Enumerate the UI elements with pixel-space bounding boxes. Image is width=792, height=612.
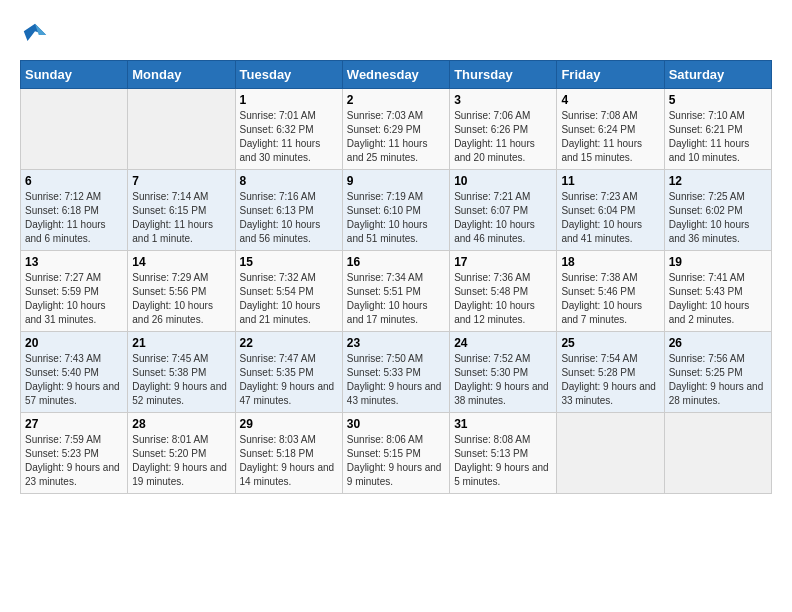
day-cell: 16 Sunrise: 7:34 AMSunset: 5:51 PMDaylig… bbox=[342, 251, 449, 332]
calendar-table: SundayMondayTuesdayWednesdayThursdayFrid… bbox=[20, 60, 772, 494]
day-cell: 21 Sunrise: 7:45 AMSunset: 5:38 PMDaylig… bbox=[128, 332, 235, 413]
day-number: 25 bbox=[561, 336, 659, 350]
day-info: Sunrise: 7:29 AMSunset: 5:56 PMDaylight:… bbox=[132, 271, 230, 327]
day-info: Sunrise: 7:16 AMSunset: 6:13 PMDaylight:… bbox=[240, 190, 338, 246]
calendar-body: 1 Sunrise: 7:01 AMSunset: 6:32 PMDayligh… bbox=[21, 89, 772, 494]
day-info: Sunrise: 7:38 AMSunset: 5:46 PMDaylight:… bbox=[561, 271, 659, 327]
day-cell: 10 Sunrise: 7:21 AMSunset: 6:07 PMDaylig… bbox=[450, 170, 557, 251]
day-cell bbox=[21, 89, 128, 170]
day-number: 14 bbox=[132, 255, 230, 269]
day-number: 18 bbox=[561, 255, 659, 269]
header-day-tuesday: Tuesday bbox=[235, 61, 342, 89]
week-row-1: 1 Sunrise: 7:01 AMSunset: 6:32 PMDayligh… bbox=[21, 89, 772, 170]
day-info: Sunrise: 7:08 AMSunset: 6:24 PMDaylight:… bbox=[561, 109, 659, 165]
day-info: Sunrise: 7:10 AMSunset: 6:21 PMDaylight:… bbox=[669, 109, 767, 165]
week-row-2: 6 Sunrise: 7:12 AMSunset: 6:18 PMDayligh… bbox=[21, 170, 772, 251]
day-number: 5 bbox=[669, 93, 767, 107]
day-info: Sunrise: 7:27 AMSunset: 5:59 PMDaylight:… bbox=[25, 271, 123, 327]
day-cell: 1 Sunrise: 7:01 AMSunset: 6:32 PMDayligh… bbox=[235, 89, 342, 170]
day-info: Sunrise: 7:50 AMSunset: 5:33 PMDaylight:… bbox=[347, 352, 445, 408]
day-number: 4 bbox=[561, 93, 659, 107]
day-info: Sunrise: 7:41 AMSunset: 5:43 PMDaylight:… bbox=[669, 271, 767, 327]
calendar-header: SundayMondayTuesdayWednesdayThursdayFrid… bbox=[21, 61, 772, 89]
day-info: Sunrise: 7:12 AMSunset: 6:18 PMDaylight:… bbox=[25, 190, 123, 246]
day-cell: 23 Sunrise: 7:50 AMSunset: 5:33 PMDaylig… bbox=[342, 332, 449, 413]
day-info: Sunrise: 7:54 AMSunset: 5:28 PMDaylight:… bbox=[561, 352, 659, 408]
day-info: Sunrise: 7:52 AMSunset: 5:30 PMDaylight:… bbox=[454, 352, 552, 408]
day-cell: 28 Sunrise: 8:01 AMSunset: 5:20 PMDaylig… bbox=[128, 413, 235, 494]
day-info: Sunrise: 8:01 AMSunset: 5:20 PMDaylight:… bbox=[132, 433, 230, 489]
day-number: 20 bbox=[25, 336, 123, 350]
day-info: Sunrise: 7:32 AMSunset: 5:54 PMDaylight:… bbox=[240, 271, 338, 327]
day-cell: 9 Sunrise: 7:19 AMSunset: 6:10 PMDayligh… bbox=[342, 170, 449, 251]
day-info: Sunrise: 7:34 AMSunset: 5:51 PMDaylight:… bbox=[347, 271, 445, 327]
day-info: Sunrise: 8:03 AMSunset: 5:18 PMDaylight:… bbox=[240, 433, 338, 489]
day-cell: 29 Sunrise: 8:03 AMSunset: 5:18 PMDaylig… bbox=[235, 413, 342, 494]
day-number: 1 bbox=[240, 93, 338, 107]
day-info: Sunrise: 7:56 AMSunset: 5:25 PMDaylight:… bbox=[669, 352, 767, 408]
day-number: 24 bbox=[454, 336, 552, 350]
day-cell: 14 Sunrise: 7:29 AMSunset: 5:56 PMDaylig… bbox=[128, 251, 235, 332]
page-header bbox=[20, 20, 772, 50]
day-cell bbox=[664, 413, 771, 494]
day-cell: 8 Sunrise: 7:16 AMSunset: 6:13 PMDayligh… bbox=[235, 170, 342, 251]
day-cell: 17 Sunrise: 7:36 AMSunset: 5:48 PMDaylig… bbox=[450, 251, 557, 332]
day-info: Sunrise: 7:25 AMSunset: 6:02 PMDaylight:… bbox=[669, 190, 767, 246]
day-cell: 12 Sunrise: 7:25 AMSunset: 6:02 PMDaylig… bbox=[664, 170, 771, 251]
day-cell bbox=[128, 89, 235, 170]
day-cell: 19 Sunrise: 7:41 AMSunset: 5:43 PMDaylig… bbox=[664, 251, 771, 332]
day-number: 8 bbox=[240, 174, 338, 188]
day-cell: 18 Sunrise: 7:38 AMSunset: 5:46 PMDaylig… bbox=[557, 251, 664, 332]
day-info: Sunrise: 7:36 AMSunset: 5:48 PMDaylight:… bbox=[454, 271, 552, 327]
day-cell: 13 Sunrise: 7:27 AMSunset: 5:59 PMDaylig… bbox=[21, 251, 128, 332]
day-info: Sunrise: 8:06 AMSunset: 5:15 PMDaylight:… bbox=[347, 433, 445, 489]
day-number: 10 bbox=[454, 174, 552, 188]
day-info: Sunrise: 7:43 AMSunset: 5:40 PMDaylight:… bbox=[25, 352, 123, 408]
day-number: 2 bbox=[347, 93, 445, 107]
day-cell: 15 Sunrise: 7:32 AMSunset: 5:54 PMDaylig… bbox=[235, 251, 342, 332]
day-cell: 30 Sunrise: 8:06 AMSunset: 5:15 PMDaylig… bbox=[342, 413, 449, 494]
week-row-4: 20 Sunrise: 7:43 AMSunset: 5:40 PMDaylig… bbox=[21, 332, 772, 413]
header-day-monday: Monday bbox=[128, 61, 235, 89]
day-cell: 11 Sunrise: 7:23 AMSunset: 6:04 PMDaylig… bbox=[557, 170, 664, 251]
day-number: 23 bbox=[347, 336, 445, 350]
day-cell: 22 Sunrise: 7:47 AMSunset: 5:35 PMDaylig… bbox=[235, 332, 342, 413]
week-row-3: 13 Sunrise: 7:27 AMSunset: 5:59 PMDaylig… bbox=[21, 251, 772, 332]
day-info: Sunrise: 7:59 AMSunset: 5:23 PMDaylight:… bbox=[25, 433, 123, 489]
day-info: Sunrise: 7:47 AMSunset: 5:35 PMDaylight:… bbox=[240, 352, 338, 408]
day-number: 22 bbox=[240, 336, 338, 350]
day-number: 27 bbox=[25, 417, 123, 431]
day-cell: 3 Sunrise: 7:06 AMSunset: 6:26 PMDayligh… bbox=[450, 89, 557, 170]
day-number: 13 bbox=[25, 255, 123, 269]
day-number: 7 bbox=[132, 174, 230, 188]
day-info: Sunrise: 8:08 AMSunset: 5:13 PMDaylight:… bbox=[454, 433, 552, 489]
day-cell: 20 Sunrise: 7:43 AMSunset: 5:40 PMDaylig… bbox=[21, 332, 128, 413]
day-number: 9 bbox=[347, 174, 445, 188]
day-cell: 25 Sunrise: 7:54 AMSunset: 5:28 PMDaylig… bbox=[557, 332, 664, 413]
day-info: Sunrise: 7:45 AMSunset: 5:38 PMDaylight:… bbox=[132, 352, 230, 408]
day-number: 26 bbox=[669, 336, 767, 350]
day-number: 16 bbox=[347, 255, 445, 269]
header-day-thursday: Thursday bbox=[450, 61, 557, 89]
day-number: 19 bbox=[669, 255, 767, 269]
week-row-5: 27 Sunrise: 7:59 AMSunset: 5:23 PMDaylig… bbox=[21, 413, 772, 494]
header-day-sunday: Sunday bbox=[21, 61, 128, 89]
day-cell: 6 Sunrise: 7:12 AMSunset: 6:18 PMDayligh… bbox=[21, 170, 128, 251]
day-info: Sunrise: 7:01 AMSunset: 6:32 PMDaylight:… bbox=[240, 109, 338, 165]
day-cell: 26 Sunrise: 7:56 AMSunset: 5:25 PMDaylig… bbox=[664, 332, 771, 413]
day-number: 29 bbox=[240, 417, 338, 431]
day-cell: 24 Sunrise: 7:52 AMSunset: 5:30 PMDaylig… bbox=[450, 332, 557, 413]
day-number: 28 bbox=[132, 417, 230, 431]
day-info: Sunrise: 7:19 AMSunset: 6:10 PMDaylight:… bbox=[347, 190, 445, 246]
day-cell: 31 Sunrise: 8:08 AMSunset: 5:13 PMDaylig… bbox=[450, 413, 557, 494]
day-info: Sunrise: 7:14 AMSunset: 6:15 PMDaylight:… bbox=[132, 190, 230, 246]
day-info: Sunrise: 7:06 AMSunset: 6:26 PMDaylight:… bbox=[454, 109, 552, 165]
day-number: 21 bbox=[132, 336, 230, 350]
day-number: 15 bbox=[240, 255, 338, 269]
day-number: 31 bbox=[454, 417, 552, 431]
header-day-friday: Friday bbox=[557, 61, 664, 89]
day-cell: 27 Sunrise: 7:59 AMSunset: 5:23 PMDaylig… bbox=[21, 413, 128, 494]
day-number: 12 bbox=[669, 174, 767, 188]
day-cell: 7 Sunrise: 7:14 AMSunset: 6:15 PMDayligh… bbox=[128, 170, 235, 251]
day-cell: 4 Sunrise: 7:08 AMSunset: 6:24 PMDayligh… bbox=[557, 89, 664, 170]
